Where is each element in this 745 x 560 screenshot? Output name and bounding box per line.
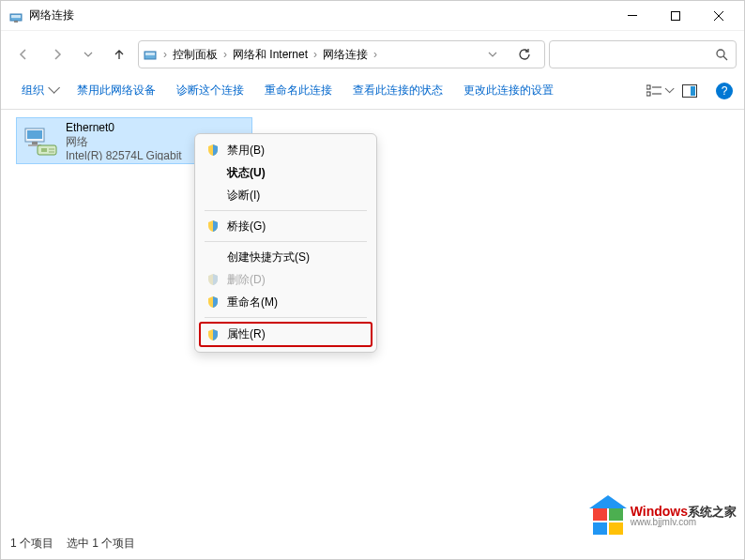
ctx-properties[interactable]: 属性(R)	[199, 322, 372, 347]
view-list-icon[interactable]	[646, 84, 671, 98]
watermark-url: www.bjjmlv.com	[631, 518, 737, 527]
spacer-icon	[206, 166, 220, 179]
ctx-disable[interactable]: 禁用(B)	[199, 139, 372, 161]
ctx-shortcut[interactable]: 创建快捷方式(S)	[199, 246, 372, 268]
toolbar-disable[interactable]: 禁用此网络设备	[68, 83, 165, 98]
ctx-delete: 删除(D)	[199, 268, 372, 291]
ctx-disable-label: 禁用(B)	[227, 143, 265, 159]
location-dropdown[interactable]	[480, 52, 505, 57]
chevron-right-icon: ›	[372, 48, 379, 61]
adapter-state: 网络	[66, 135, 182, 149]
history-dropdown[interactable]	[76, 52, 100, 57]
address-bar: › 控制面板 › 网络和 Internet › 网络连接 ›	[1, 37, 744, 72]
network-adapter-icon	[23, 121, 60, 159]
crumb-network-internet[interactable]: 网络和 Internet	[233, 47, 308, 63]
crumb-network-connections[interactable]: 网络连接	[323, 47, 368, 63]
ctx-properties-label: 属性(R)	[227, 326, 266, 342]
status-bar: 1 个项目 选中 1 个项目	[10, 536, 135, 552]
svg-rect-8	[145, 53, 155, 55]
search-box[interactable]	[549, 40, 737, 68]
refresh-button[interactable]	[509, 48, 540, 61]
svg-rect-22	[41, 148, 47, 152]
shield-icon	[206, 219, 220, 233]
shield-icon	[206, 295, 220, 309]
ctx-status[interactable]: 状态(U)	[199, 161, 372, 184]
svg-rect-3	[628, 15, 637, 16]
context-menu: 禁用(B) 状态(U) 诊断(I) 桥接(G) 创建快捷方式(S) 删除(D) …	[194, 133, 377, 353]
ctx-bridge-label: 桥接(G)	[227, 219, 266, 235]
toolbar-rename[interactable]: 重命名此连接	[255, 83, 342, 98]
svg-rect-2	[14, 21, 18, 23]
forward-button[interactable]	[42, 40, 72, 68]
maximize-button[interactable]	[654, 2, 697, 30]
shield-icon	[206, 328, 220, 341]
shield-icon	[206, 144, 220, 157]
titlebar: 网络连接	[1, 1, 744, 31]
svg-rect-19	[32, 142, 38, 144]
view-preview-icon[interactable]	[682, 84, 697, 98]
minimize-button[interactable]	[611, 2, 654, 30]
content-area: Ethernet0 网络 Intel(R) 82574L Gigabit 禁用(…	[1, 110, 744, 541]
ctx-diagnose[interactable]: 诊断(I)	[199, 184, 372, 206]
crumb-control-panel[interactable]: 控制面板	[173, 47, 218, 63]
svg-rect-12	[646, 92, 650, 96]
ctx-delete-label: 删除(D)	[227, 272, 266, 288]
svg-rect-11	[646, 85, 650, 89]
separator	[205, 210, 367, 211]
up-button[interactable]	[104, 40, 134, 68]
adapter-driver: Intel(R) 82574L Gigabit	[66, 149, 182, 160]
ctx-shortcut-label: 创建快捷方式(S)	[227, 250, 310, 265]
location-bar[interactable]: › 控制面板 › 网络和 Internet › 网络连接 ›	[138, 40, 545, 68]
chevron-right-icon: ›	[161, 48, 169, 61]
svg-point-9	[717, 50, 724, 57]
item-count: 1 个项目	[10, 536, 53, 552]
search-icon	[715, 48, 728, 61]
app-icon	[8, 8, 23, 23]
watermark-text: Windows系统之家 www.bjjmlv.com	[631, 505, 737, 527]
toolbar-organize[interactable]: 组织	[12, 83, 66, 98]
help-icon[interactable]: ?	[716, 83, 733, 99]
shield-icon	[206, 273, 220, 286]
ctx-rename-label: 重命名(M)	[227, 295, 278, 310]
svg-rect-4	[672, 11, 680, 20]
separator	[205, 317, 367, 318]
close-button[interactable]	[697, 2, 740, 30]
toolbar-settings[interactable]: 更改此连接的设置	[454, 83, 563, 98]
chevron-right-icon: ›	[312, 48, 319, 61]
ctx-rename[interactable]: 重命名(M)	[199, 291, 372, 313]
chevron-right-icon: ›	[221, 48, 229, 61]
ctx-bridge[interactable]: 桥接(G)	[199, 215, 372, 237]
watermark: Windows系统之家 www.bjjmlv.com	[589, 495, 737, 537]
svg-line-10	[723, 56, 727, 60]
separator	[205, 241, 367, 242]
spacer-icon	[206, 250, 220, 264]
toolbar: 组织 禁用此网络设备 诊断这个连接 重命名此连接 查看此连接的状态 更改此连接的…	[1, 72, 744, 110]
adapter-text: Ethernet0 网络 Intel(R) 82574L Gigabit	[66, 121, 182, 160]
window-title: 网络连接	[29, 8, 611, 23]
window-controls	[611, 2, 740, 30]
selected-count: 选中 1 个项目	[67, 536, 135, 552]
svg-rect-16	[691, 86, 695, 96]
toolbar-diagnose[interactable]: 诊断这个连接	[167, 83, 253, 98]
spacer-icon	[206, 189, 220, 202]
adapter-name: Ethernet0	[66, 121, 182, 135]
location-icon	[143, 47, 158, 62]
svg-rect-1	[11, 15, 21, 18]
ctx-diagnose-label: 诊断(I)	[227, 188, 260, 204]
svg-rect-18	[27, 130, 42, 139]
back-button[interactable]	[8, 40, 38, 68]
toolbar-status[interactable]: 查看此连接的状态	[343, 83, 452, 98]
ctx-status-label: 状态(U)	[227, 165, 266, 181]
watermark-logo-icon	[589, 495, 627, 537]
